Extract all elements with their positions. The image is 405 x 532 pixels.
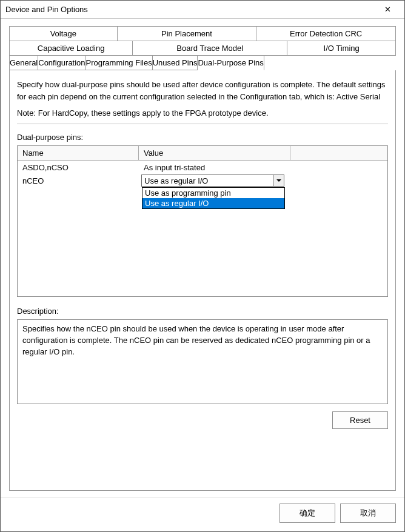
cell-value[interactable]: As input tri-stated (139, 163, 290, 172)
cancel-button[interactable]: 取消 (340, 504, 396, 523)
tab-dual-purpose-pins[interactable]: Dual-Purpose Pins (198, 56, 264, 70)
tab-board-trace-model[interactable]: Board Trace Model (133, 41, 287, 56)
tab-label: Board Trace Model (176, 44, 243, 53)
reset-button[interactable]: Reset (332, 411, 388, 429)
tab-label: Programming Files (86, 58, 152, 67)
tab-label: Voltage (50, 29, 76, 38)
tab-label: Error Detection CRC (290, 29, 362, 38)
cell-value-combo[interactable]: Use as regular I/O Use as programming pi… (139, 175, 290, 187)
tab-panel: Specify how dual-purpose pins should be … (9, 70, 396, 491)
tab-label: Pin Placement (161, 29, 212, 38)
value-combobox[interactable]: Use as regular I/O Use as programming pi… (141, 175, 284, 187)
dialog-button-bar: 确定 取消 (1, 497, 404, 531)
reset-row: Reset (17, 411, 388, 429)
content-area: Voltage Pin Placement Error Detection CR… (1, 19, 404, 497)
pins-table: Name Value ASDO,nCSO As input tri-stated… (17, 145, 388, 297)
close-icon: ✕ (384, 5, 391, 14)
col-header-name[interactable]: Name (18, 146, 139, 160)
tab-general[interactable]: General (9, 56, 38, 70)
dropdown-option[interactable]: Use as regular I/O (142, 198, 284, 208)
tab-label: General (10, 58, 38, 67)
table-row[interactable]: nCEO Use as regular I/O Use as programmi… (18, 174, 387, 187)
window-title: Device and Pin Options (5, 5, 88, 14)
table-row[interactable]: ASDO,nCSO As input tri-stated (18, 161, 387, 174)
combo-selected: Use as regular I/O (144, 176, 209, 185)
dropdown-option[interactable]: Use as programming pin (142, 188, 284, 198)
tab-capacitive-loading[interactable]: Capacitive Loading (9, 41, 133, 56)
tab-label: Capacitive Loading (38, 44, 105, 53)
combo-dropdown: Use as programming pin Use as regular I/… (142, 187, 285, 209)
separator (17, 124, 388, 124)
description-box: Specifies how the nCEO pin should be use… (17, 319, 388, 404)
tab-configuration[interactable]: Configuration (38, 56, 85, 70)
tab-label: Dual-Purpose Pins (198, 58, 263, 67)
note-text: Note: For HardCopy, these settings apply… (17, 108, 388, 118)
tab-io-timing[interactable]: I/O Timing (287, 41, 396, 56)
tab-programming-files[interactable]: Programming Files (86, 56, 153, 70)
dialog-window: Device and Pin Options ✕ Voltage Pin Pla… (0, 0, 405, 532)
chevron-down-icon[interactable] (273, 175, 284, 186)
tab-pin-placement[interactable]: Pin Placement (118, 26, 257, 41)
table-body: ASDO,nCSO As input tri-stated nCEO Use a… (18, 161, 387, 187)
cell-name: ASDO,nCSO (18, 163, 139, 172)
tabs-container: Voltage Pin Placement Error Detection CR… (9, 26, 396, 70)
table-header: Name Value (18, 146, 387, 161)
cell-name: nCEO (18, 176, 139, 185)
tab-unused-pins[interactable]: Unused Pins (153, 56, 198, 70)
col-header-empty (290, 146, 387, 160)
tab-error-detection-crc[interactable]: Error Detection CRC (256, 26, 396, 41)
titlebar: Device and Pin Options ✕ (1, 1, 404, 19)
description-label: Description: (17, 307, 388, 316)
tab-label: Unused Pins (153, 58, 198, 67)
col-header-value[interactable]: Value (139, 146, 290, 160)
tab-voltage[interactable]: Voltage (9, 26, 118, 41)
section-label: Dual-purpose pins: (17, 133, 388, 142)
tab-label: I/O Timing (324, 44, 360, 53)
tab-label: Configuration (38, 58, 85, 67)
close-button[interactable]: ✕ (375, 1, 400, 18)
intro-text: Specify how dual-purpose pins should be … (17, 79, 388, 102)
ok-button[interactable]: 确定 (279, 504, 335, 523)
